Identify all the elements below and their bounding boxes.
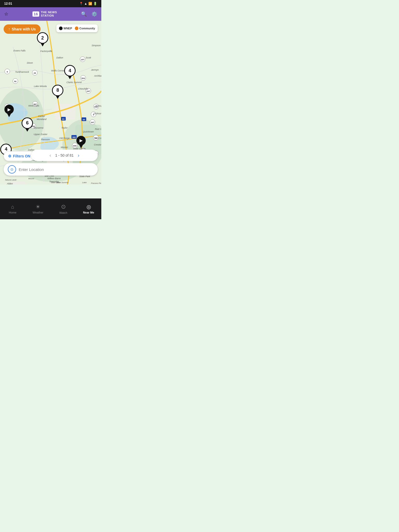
svg-text:Red Oak: Red Oak <box>95 128 101 130</box>
svg-text:Factoryville: Factoryville <box>40 50 52 52</box>
map-pin-play-left[interactable]: ▶ <box>4 105 14 114</box>
map-pin-6[interactable]: 6 <box>22 117 33 129</box>
signal-icon: 📶 <box>88 2 92 5</box>
svg-text:84: 84 <box>83 118 85 121</box>
nav-near-me[interactable]: ◎ Near Me <box>76 204 102 214</box>
svg-text:Jessup: Jessup <box>95 104 101 107</box>
weather-label: Weather <box>33 211 43 214</box>
near-me-label: Near Me <box>83 211 94 214</box>
community-label: Community <box>79 27 95 30</box>
svg-text:Scott: Scott <box>86 56 91 59</box>
map-pin-play-right[interactable]: ▶ <box>76 136 86 145</box>
svg-text:29: 29 <box>34 72 36 74</box>
svg-text:Pocono Pines: Pocono Pines <box>91 182 101 184</box>
pin-6-bubble: 6 <box>22 117 33 129</box>
svg-text:Ransom: Ransom <box>41 138 50 141</box>
svg-text:Mt Cobb: Mt Cobb <box>95 137 101 139</box>
map-pin-8[interactable]: 8 <box>52 85 63 96</box>
svg-text:Dalton: Dalton <box>56 56 63 59</box>
svg-text:Evans Falls: Evans Falls <box>14 49 26 52</box>
svg-text:Tunkhannock: Tunkhannock <box>15 71 29 73</box>
nav-watch[interactable]: ⊙ Watch <box>51 203 76 214</box>
map-legend: WNEP Community <box>56 24 98 32</box>
home-icon: ⌂ <box>11 204 14 210</box>
watch-icon: ⊙ <box>61 203 66 210</box>
status-bar: 12:01 📍 ▲ 📶 🔋 <box>0 0 101 7</box>
settings-icon[interactable]: ⚙️ <box>91 11 97 17</box>
svg-text:81: 81 <box>62 118 65 120</box>
svg-text:Walls Corners: Walls Corners <box>51 69 66 72</box>
svg-text:8: 8 <box>7 71 8 73</box>
nav-home[interactable]: ⌂ Home <box>0 204 25 214</box>
svg-text:Simpson: Simpson <box>91 44 101 47</box>
svg-text:Moreland: Moreland <box>37 118 47 121</box>
bottom-navigation: ⌂ Home ☀ Weather ⊙ Watch ◎ Near Me <box>0 198 101 219</box>
svg-text:107: 107 <box>81 58 84 61</box>
community-dot <box>75 26 78 30</box>
svg-text:Chinchilla: Chinchilla <box>78 88 88 90</box>
svg-text:Wyoanna: Wyoanna <box>34 127 43 129</box>
nav-weather[interactable]: ☀ Weather <box>25 204 51 214</box>
svg-text:Alden: Alden <box>6 182 13 184</box>
pin-play-right-bubble: ▶ <box>76 136 86 145</box>
svg-text:Natural Lands': Natural Lands' <box>5 179 17 181</box>
svg-text:92: 92 <box>14 80 17 83</box>
svg-text:Lake: Lake <box>82 181 87 184</box>
svg-text:347: 347 <box>91 121 94 124</box>
svg-text:Dickson City: Dickson City <box>94 112 101 115</box>
svg-text:Old Forge: Old Forge <box>59 137 70 139</box>
map-pin-4-upper[interactable]: 4 <box>64 65 76 76</box>
location-icon-status: 📍 <box>79 2 83 5</box>
app-logo: 16 THE NEWSSTATION <box>32 11 57 17</box>
svg-text:Wilkes-Barre: Wilkes-Barre <box>47 177 61 180</box>
svg-text:524: 524 <box>81 77 85 79</box>
pagination-bar: ‹ 1 - 50 of 81 › <box>31 150 98 161</box>
logo-text: THE NEWSSTATION <box>41 11 57 17</box>
logo-number: 16 <box>32 11 39 17</box>
share-button-label: Share with Us <box>12 27 36 31</box>
header-actions: 🔍 ⚙️ <box>81 11 97 17</box>
share-with-us-button[interactable]: ↑ Share with Us <box>4 24 41 34</box>
wnep-legend-item: WNEP <box>59 26 72 30</box>
svg-text:Crestwood: Crestwood <box>94 143 101 146</box>
wnep-dot <box>59 26 63 30</box>
pin-4-upper-bubble: 4 <box>64 65 76 76</box>
gps-icon[interactable]: ⊙ <box>8 165 16 174</box>
svg-text:State Game: State Game <box>51 182 61 183</box>
favorite-icon[interactable]: ☆ <box>4 11 8 17</box>
weather-icon: ☀ <box>36 204 40 210</box>
location-bar: ⊙ <box>4 163 98 176</box>
app-header: ☆ 16 THE NEWSSTATION 🔍 ⚙️ <box>0 7 101 21</box>
prev-page-button[interactable]: ‹ <box>50 153 51 158</box>
svg-text:Upper Exeter: Upper Exeter <box>34 133 48 136</box>
search-icon[interactable]: 🔍 <box>81 11 87 17</box>
svg-text:Dixon: Dixon <box>27 62 33 64</box>
svg-text:Center: Center <box>38 115 45 117</box>
next-page-button[interactable]: › <box>78 153 79 158</box>
map-area[interactable]: 81 380 476 8 309 92 29 <box>0 21 101 184</box>
watch-label: Watch <box>59 211 67 214</box>
filters-icon: ⚙ <box>8 154 11 158</box>
pagination-display: 1 - 50 of 81 <box>55 153 74 157</box>
svg-text:Jermyn: Jermyn <box>91 69 99 71</box>
wnep-label: WNEP <box>64 27 72 30</box>
community-legend-item: Community <box>75 26 95 30</box>
location-input[interactable] <box>19 167 94 172</box>
pin-2-bubble: 2 <box>37 32 48 44</box>
wifi-icon: ▲ <box>84 2 87 5</box>
filters-button[interactable]: ⚙ Filters ON <box>4 151 35 161</box>
near-me-icon: ◎ <box>87 204 91 210</box>
svg-text:Lake Winola: Lake Winola <box>34 85 46 88</box>
svg-text:Archbald: Archbald <box>94 75 101 77</box>
upload-icon: ↑ <box>8 27 10 31</box>
svg-text:Moosic: Moosic <box>61 146 68 149</box>
filters-label: Filters ON <box>13 154 30 158</box>
svg-text:380: 380 <box>72 136 76 138</box>
map-pin-2[interactable]: 2 <box>37 32 48 44</box>
svg-text:247: 247 <box>87 90 90 92</box>
svg-text:Clarks Summit: Clarks Summit <box>66 81 82 84</box>
pin-8-bubble: 8 <box>52 85 63 96</box>
svg-text:Taylor: Taylor <box>61 127 68 129</box>
time-display: 12:01 <box>4 2 12 5</box>
svg-text:Mount: Mount <box>28 177 34 180</box>
